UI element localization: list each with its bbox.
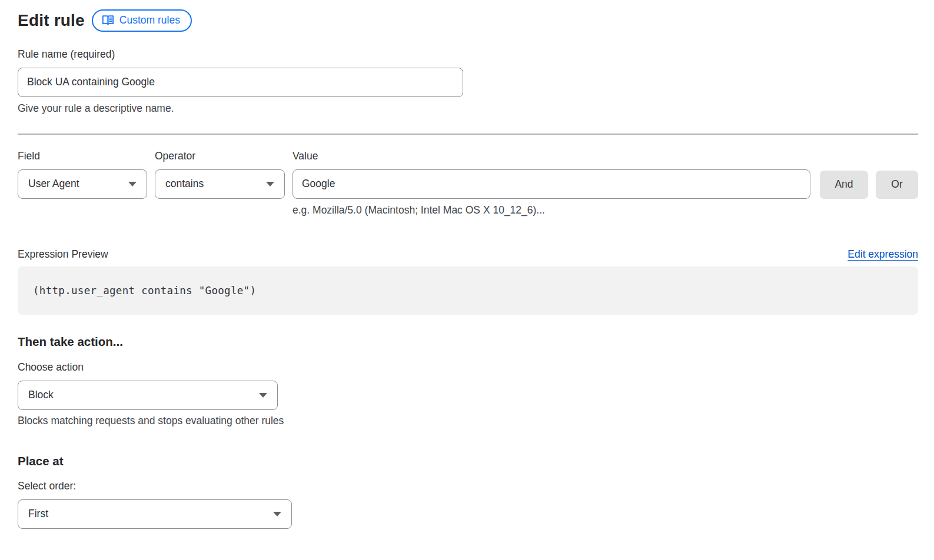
operator-label: Operator bbox=[155, 150, 285, 162]
chevron-down-icon bbox=[128, 182, 137, 186]
value-helper: e.g. Mozilla/5.0 (Macintosh; Intel Mac O… bbox=[293, 204, 810, 216]
operator-column: Operator contains bbox=[155, 150, 285, 199]
order-select[interactable]: First bbox=[18, 499, 292, 529]
expression-preview-label: Expression Preview bbox=[18, 248, 108, 261]
rule-name-helper: Give your rule a descriptive name. bbox=[18, 102, 918, 115]
rule-name-input[interactable] bbox=[18, 68, 463, 97]
action-heading: Then take action... bbox=[18, 335, 918, 349]
place-at-heading: Place at bbox=[18, 454, 918, 468]
condition-logic-buttons: And Or bbox=[820, 171, 918, 199]
operator-select[interactable]: contains bbox=[155, 169, 285, 199]
custom-rules-badge-label: Custom rules bbox=[119, 14, 180, 27]
field-select[interactable]: User Agent bbox=[18, 169, 147, 199]
action-helper: Blocks matching requests and stops evalu… bbox=[18, 415, 918, 427]
action-select[interactable]: Block bbox=[18, 381, 278, 410]
expression-header: Expression Preview Edit expression bbox=[18, 248, 918, 261]
custom-rules-badge[interactable]: Custom rules bbox=[92, 9, 192, 32]
field-select-value: User Agent bbox=[28, 178, 79, 190]
field-column: Field User Agent bbox=[18, 150, 147, 199]
choose-action-label: Choose action bbox=[18, 361, 918, 374]
value-column: Value e.g. Mozilla/5.0 (Macintosh; Intel… bbox=[293, 150, 810, 216]
open-book-icon bbox=[102, 15, 114, 26]
action-section: Then take action... Choose action Block … bbox=[18, 335, 918, 427]
condition-builder: Field User Agent Operator contains Value… bbox=[18, 150, 918, 216]
expression-text: (http.user_agent contains "Google") bbox=[33, 285, 256, 296]
value-input[interactable] bbox=[293, 169, 810, 199]
placement-section: Place at Select order: First bbox=[18, 454, 918, 529]
and-button[interactable]: And bbox=[820, 171, 868, 199]
operator-select-value: contains bbox=[165, 178, 204, 190]
select-order-label: Select order: bbox=[18, 480, 918, 492]
expression-preview-code: (http.user_agent contains "Google") bbox=[18, 266, 918, 315]
edit-rule-page: Edit rule Custom rules Rule name (requir… bbox=[18, 0, 918, 529]
value-label: Value bbox=[293, 150, 810, 162]
order-select-value: First bbox=[28, 508, 48, 520]
edit-expression-link[interactable]: Edit expression bbox=[847, 248, 918, 261]
chevron-down-icon bbox=[259, 393, 267, 398]
section-divider bbox=[18, 134, 918, 135]
page-title: Edit rule bbox=[18, 11, 85, 30]
chevron-down-icon bbox=[273, 512, 281, 516]
rule-name-label: Rule name (required) bbox=[18, 48, 918, 61]
field-label: Field bbox=[18, 150, 147, 162]
chevron-down-icon bbox=[266, 182, 274, 186]
action-select-value: Block bbox=[28, 389, 54, 401]
page-header: Edit rule Custom rules bbox=[18, 9, 918, 32]
rule-name-section: Rule name (required) Give your rule a de… bbox=[18, 48, 918, 115]
or-button[interactable]: Or bbox=[876, 171, 918, 199]
